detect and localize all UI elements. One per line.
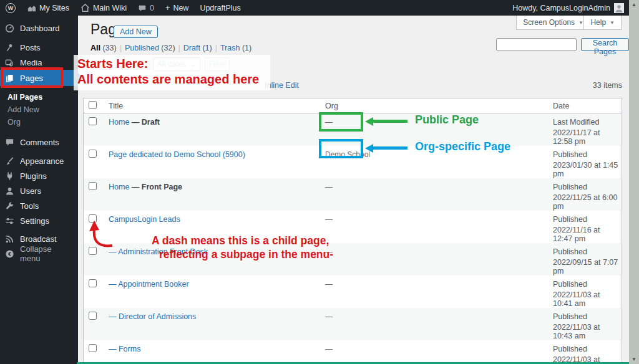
comments-icon xyxy=(5,138,14,147)
table-row: Home — Draft — Last Modified2022/11/17 a… xyxy=(84,113,622,146)
table-row: — Appointment Booker — Published2022/11/… xyxy=(84,275,622,308)
date-status: Published xyxy=(553,345,622,353)
wp-logo-button[interactable]: W xyxy=(0,0,21,16)
sidebar-item-label: Collapse menu xyxy=(20,244,73,263)
howdy-account-text[interactable]: Howdy, CampusLoginAdmin xyxy=(512,4,610,12)
all-dates-dropdown[interactable]: All dates ⌄ xyxy=(153,57,200,71)
annotation-curved-arrow xyxy=(87,219,125,248)
sidebar-subitem-org[interactable]: Org xyxy=(0,116,78,128)
search-input[interactable] xyxy=(496,38,577,51)
users-icon xyxy=(5,186,14,196)
annotation-org-specific-label: Org-specific Page xyxy=(415,140,510,153)
row-checkbox[interactable] xyxy=(89,279,97,287)
broadcast-icon xyxy=(5,234,14,244)
my-sites-label: My Sites xyxy=(39,4,69,12)
org-value: — xyxy=(325,211,553,243)
row-checkbox[interactable] xyxy=(89,150,97,158)
sidebar-item-comments[interactable]: Comments xyxy=(0,135,78,150)
row-checkbox[interactable] xyxy=(89,312,97,320)
sidebar-item-settings[interactable]: Settings xyxy=(0,213,78,228)
admin-sidebar: Dashboard Posts Media Pages All Pages Ad… xyxy=(0,16,78,364)
sidebar-item-tools[interactable]: Tools xyxy=(0,198,78,213)
media-icon xyxy=(5,58,14,67)
row-checkbox[interactable] xyxy=(89,117,97,125)
all-dates-label: All dates xyxy=(157,60,186,69)
help-button[interactable]: Help ▼ xyxy=(583,16,622,30)
view-trash-link[interactable]: Trash (1) xyxy=(220,44,251,52)
sidebar-subitem-all-pages[interactable]: All Pages xyxy=(0,91,78,103)
home-icon xyxy=(80,3,90,12)
org-value: — xyxy=(325,178,553,211)
date-status: Published xyxy=(553,215,622,224)
separator: | xyxy=(215,44,217,52)
table-row: Home — Front Page — Published2022/11/25 … xyxy=(84,178,622,211)
sidebar-item-users[interactable]: Users xyxy=(0,183,78,198)
sidebar-item-pages[interactable]: Pages xyxy=(0,70,78,86)
search-pages-button[interactable]: Search Pages xyxy=(581,38,629,51)
select-all-checkbox[interactable] xyxy=(89,101,97,109)
date-value: 2023/01/30 at 1:45 pm xyxy=(553,161,622,178)
view-published-link[interactable]: Published (32) xyxy=(125,44,175,52)
date-value: 2022/11/25 at 6:00 pm xyxy=(553,193,622,211)
column-header-title[interactable]: Title xyxy=(109,102,325,110)
sidebar-item-dashboard[interactable]: Dashboard xyxy=(0,21,78,36)
row-checkbox[interactable] xyxy=(89,182,97,190)
appearance-icon xyxy=(5,156,14,166)
page-title-link[interactable]: — Appointment Booker xyxy=(109,280,189,289)
date-status: Published xyxy=(553,150,622,159)
chevron-down-icon: ▼ xyxy=(578,20,583,26)
browser-scrollbar[interactable]: ▲ ▼ xyxy=(629,0,639,364)
scroll-down-icon[interactable]: ▼ xyxy=(632,355,637,364)
filter-button[interactable]: Filter xyxy=(205,57,230,71)
my-sites-menu[interactable]: My Sites xyxy=(21,0,75,16)
separator: | xyxy=(178,44,180,52)
plus-icon: + xyxy=(165,4,170,12)
separator: | xyxy=(120,44,122,52)
table-row: — Director of Admissions — Published2022… xyxy=(84,308,622,340)
column-header-date[interactable]: Date xyxy=(553,102,622,110)
page-title-link[interactable]: Page dedicated to Demo School (5900) xyxy=(109,150,245,159)
sidebar-item-plugins[interactable]: Plugins xyxy=(0,168,78,183)
column-header-org: Org xyxy=(325,102,553,110)
sidebar-item-media[interactable]: Media xyxy=(0,55,78,70)
wordpress-logo-icon: W xyxy=(6,3,16,13)
pages-table: Title Org Date Home — Draft — Last Modif… xyxy=(83,98,622,364)
page-title-link[interactable]: — Forms xyxy=(109,345,140,353)
pin-icon xyxy=(5,43,14,52)
main-content: Screen Options ▼ Help ▼ Pages Add New Al… xyxy=(78,16,629,364)
date-value: 2022/11/17 at 12:58 pm xyxy=(553,128,622,146)
comments-bubble-button[interactable]: 0 xyxy=(132,0,160,16)
page-title-link[interactable]: Home xyxy=(109,183,129,191)
screen-options-button[interactable]: Screen Options ▼ xyxy=(516,16,590,30)
org-value: — xyxy=(325,275,553,308)
updraftplus-menu[interactable]: UpdraftPlus xyxy=(194,0,246,16)
row-checkbox[interactable] xyxy=(89,344,97,352)
new-content-button[interactable]: + New xyxy=(160,0,194,16)
scroll-up-icon[interactable]: ▲ xyxy=(632,0,637,9)
add-new-button[interactable]: Add New xyxy=(114,26,158,38)
sidebar-item-label: Users xyxy=(20,186,41,196)
date-status: Last Modified xyxy=(553,118,622,127)
comment-count: 0 xyxy=(150,4,154,12)
user-avatar[interactable] xyxy=(614,3,624,13)
page-title-link[interactable]: — Director of Admissions xyxy=(109,312,196,321)
sidebar-subitem-add-new[interactable]: Add New xyxy=(0,103,78,116)
view-draft-link[interactable]: Draft (1) xyxy=(183,44,212,52)
org-value: — xyxy=(325,308,553,340)
date-status: Published xyxy=(553,247,622,256)
date-value: 2022/11/16 at 12:47 pm xyxy=(553,226,622,243)
inline-edit-link[interactable]: Inline Edit xyxy=(265,81,299,90)
sidebar-item-label: Settings xyxy=(20,216,49,226)
sidebar-item-appearance[interactable]: Appearance xyxy=(0,153,78,168)
view-all-link[interactable]: All (33) xyxy=(90,44,117,52)
main-wiki-menu[interactable]: Main Wiki xyxy=(75,0,132,16)
annotation-child-page-text: reflecting a subpage in the menu- xyxy=(159,248,333,261)
sidebar-item-label: Appearance xyxy=(20,156,64,166)
plugins-icon xyxy=(5,171,14,181)
page-title-link[interactable]: Home xyxy=(109,118,129,127)
pages-icon xyxy=(5,74,14,83)
date-status: Published xyxy=(553,280,622,289)
sidebar-item-collapse-menu[interactable]: Collapse menu xyxy=(0,246,78,261)
sidebar-item-posts[interactable]: Posts xyxy=(0,40,78,55)
chevron-down-icon: ▼ xyxy=(610,20,615,26)
